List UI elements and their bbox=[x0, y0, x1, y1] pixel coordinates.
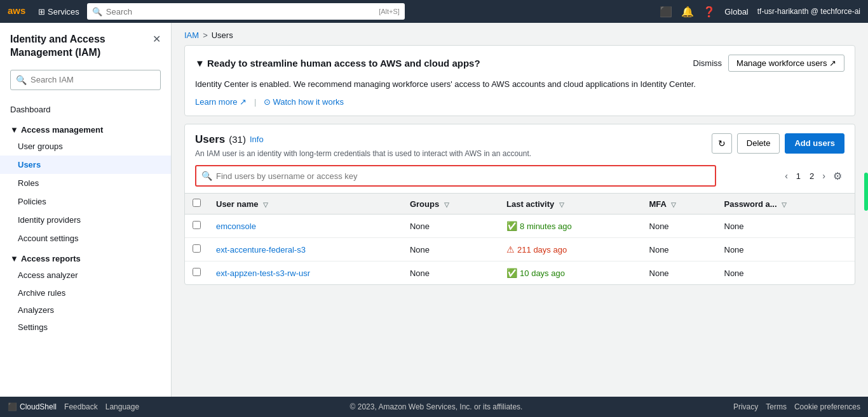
top-navigation: aws ⊞ Services 🔍 [Alt+S] ⬛ 🔔 ❓ Global tf… bbox=[0, 0, 868, 23]
info-button[interactable]: Info bbox=[250, 135, 264, 144]
manage-workforce-button[interactable]: Manage workforce users ↗ bbox=[728, 55, 844, 72]
search-shortcut: [Alt+S] bbox=[379, 8, 400, 15]
col-mfa-label: MFA bbox=[649, 199, 667, 209]
privacy-link[interactable]: Privacy bbox=[733, 402, 758, 411]
breadcrumb-current: Users bbox=[212, 30, 233, 40]
learn-more-link[interactable]: Learn more ↗ bbox=[195, 97, 247, 107]
select-all-header bbox=[185, 194, 208, 215]
col-password-label: Password a... bbox=[724, 199, 777, 209]
users-header: Users (31) Info An IAM user is an identi… bbox=[185, 124, 855, 166]
terminal-icon[interactable]: ⬛ bbox=[660, 6, 672, 18]
region-selector[interactable]: Global bbox=[724, 7, 749, 17]
col-groups-label: Groups bbox=[410, 199, 439, 209]
access-management-label: Access management bbox=[21, 125, 103, 135]
user-link[interactable]: ext-accenture-federal-s3 bbox=[216, 245, 306, 255]
aws-logo[interactable]: aws bbox=[8, 5, 28, 18]
row-checkbox[interactable] bbox=[193, 221, 201, 229]
select-all-checkbox[interactable] bbox=[193, 199, 201, 207]
password-cell: None bbox=[717, 238, 855, 261]
sidebar-item-access-analyzer[interactable]: Access analyzer bbox=[0, 266, 171, 284]
services-menu[interactable]: ⊞ Services bbox=[38, 7, 79, 17]
mfa-cell: None bbox=[642, 215, 717, 238]
user-menu[interactable]: tf-usr-harikanth @ techforce-ai bbox=[757, 7, 860, 16]
banner-links: Learn more ↗ | ⊙ Watch how it works bbox=[195, 97, 844, 107]
users-section: Users (31) Info An IAM user is an identi… bbox=[184, 124, 855, 286]
col-last-activity[interactable]: Last activity ▽ bbox=[499, 194, 641, 215]
sidebar-item-dashboard[interactable]: Dashboard bbox=[0, 100, 171, 119]
sidebar-item-access-management[interactable]: ▼ Access management bbox=[0, 119, 171, 137]
breadcrumb-iam[interactable]: IAM bbox=[184, 30, 199, 40]
svg-text:aws: aws bbox=[8, 5, 25, 16]
arrow-icon: ▼ bbox=[10, 125, 18, 135]
users-title-area: Users (31) Info An IAM user is an identi… bbox=[195, 133, 531, 159]
users-search-icon: 🔍 bbox=[201, 171, 212, 181]
footer-right: Privacy Terms Cookie preferences bbox=[733, 402, 860, 411]
sidebar-item-identity-providers[interactable]: Identity providers bbox=[0, 211, 171, 229]
sidebar-search-input[interactable] bbox=[31, 75, 155, 84]
users-search-box[interactable]: 🔍 bbox=[195, 165, 716, 187]
users-search-input[interactable] bbox=[216, 171, 710, 181]
row-checkbox[interactable] bbox=[193, 244, 201, 253]
users-label: Users bbox=[195, 133, 225, 146]
table-row: ext-appzen-test-s3-rw-usrNone✅ 10 days a… bbox=[185, 261, 855, 285]
sidebar-item-access-reports[interactable]: ▼ Access reports bbox=[0, 248, 171, 266]
global-search-input[interactable] bbox=[106, 7, 375, 17]
sidebar-item-archive-rules[interactable]: Archive rules bbox=[0, 284, 171, 301]
cloudshell-button[interactable]: ⬛ CloudShell bbox=[8, 402, 57, 411]
footer: ⬛ CloudShell Feedback Language © 2023, A… bbox=[0, 397, 868, 417]
sidebar-title: Identity and Access Management (IAM) bbox=[10, 33, 153, 60]
sidebar-item-settings[interactable]: Settings bbox=[0, 319, 171, 336]
sidebar-item-users[interactable]: Users bbox=[0, 156, 171, 174]
sidebar-item-analyzers[interactable]: Analyzers bbox=[0, 301, 171, 319]
breadcrumb: IAM > Users bbox=[172, 23, 868, 45]
help-icon[interactable]: ❓ bbox=[703, 6, 715, 18]
bell-icon[interactable]: 🔔 bbox=[681, 6, 694, 18]
mfa-cell: None bbox=[642, 238, 717, 261]
ok-icon: ✅ bbox=[506, 221, 517, 231]
sidebar-item-user-groups[interactable]: User groups bbox=[0, 137, 171, 156]
groups-cell: None bbox=[402, 238, 499, 261]
search-pagination-row: 🔍 ‹ 1 2 › ⚙ bbox=[185, 165, 855, 193]
col-mfa[interactable]: MFA ▽ bbox=[642, 194, 717, 215]
feedback-link[interactable]: Feedback bbox=[64, 402, 98, 411]
global-search-bar[interactable]: 🔍 [Alt+S] bbox=[87, 3, 405, 20]
groups-cell: None bbox=[402, 261, 499, 285]
users-table: User name ▽ Groups ▽ Last activity ▽ M bbox=[185, 193, 855, 284]
table-settings-button[interactable]: ⚙ bbox=[831, 169, 844, 183]
sidebar-close-button[interactable]: ✕ bbox=[153, 33, 161, 45]
sidebar-item-roles[interactable]: Roles bbox=[0, 174, 171, 192]
sidebar-item-account-settings[interactable]: Account settings bbox=[0, 229, 171, 248]
watch-link[interactable]: ⊙ Watch how it works bbox=[264, 97, 344, 107]
next-page-button[interactable]: › bbox=[820, 169, 828, 182]
users-title: Users (31) Info bbox=[195, 133, 531, 146]
add-users-button[interactable]: Add users bbox=[785, 133, 844, 154]
table-header-row: User name ▽ Groups ▽ Last activity ▽ M bbox=[185, 194, 855, 215]
terms-link[interactable]: Terms bbox=[766, 402, 787, 411]
user-link[interactable]: emconsole bbox=[216, 222, 256, 231]
sidebar-search-icon: 🔍 bbox=[16, 75, 27, 85]
col-password[interactable]: Password a... ▽ bbox=[717, 194, 855, 215]
mfa-cell: None bbox=[642, 261, 717, 285]
user-link[interactable]: ext-appzen-test-s3-rw-usr bbox=[216, 268, 310, 278]
refresh-button[interactable]: ↻ bbox=[712, 133, 732, 154]
cookie-link[interactable]: Cookie preferences bbox=[794, 402, 860, 411]
language-link[interactable]: Language bbox=[105, 402, 139, 411]
col-username[interactable]: User name ▽ bbox=[208, 194, 402, 215]
prev-page-button[interactable]: ‹ bbox=[782, 169, 790, 182]
nav-right: ⬛ 🔔 ❓ Global tf-usr-harikanth @ techforc… bbox=[660, 6, 860, 18]
users-description: An IAM user is an identity with long-ter… bbox=[195, 149, 531, 159]
col-groups[interactable]: Groups ▽ bbox=[402, 194, 499, 215]
page-2[interactable]: 2 bbox=[806, 170, 817, 182]
dismiss-button[interactable]: Dismiss bbox=[693, 58, 722, 68]
sort-groups-icon: ▽ bbox=[444, 201, 449, 208]
sidebar: Identity and Access Management (IAM) ✕ 🔍… bbox=[0, 23, 172, 397]
row-checkbox[interactable] bbox=[193, 268, 201, 276]
delete-button[interactable]: Delete bbox=[737, 133, 780, 154]
sidebar-nav: Dashboard ▼ Access management User group… bbox=[0, 95, 171, 341]
sidebar-search-box[interactable]: 🔍 bbox=[10, 70, 161, 90]
cloudshell-label: CloudShell bbox=[20, 402, 57, 411]
page-1[interactable]: 1 bbox=[793, 170, 804, 182]
watch-label: Watch how it works bbox=[273, 97, 344, 107]
main-layout: Identity and Access Management (IAM) ✕ 🔍… bbox=[0, 23, 868, 397]
sidebar-item-policies[interactable]: Policies bbox=[0, 192, 171, 211]
